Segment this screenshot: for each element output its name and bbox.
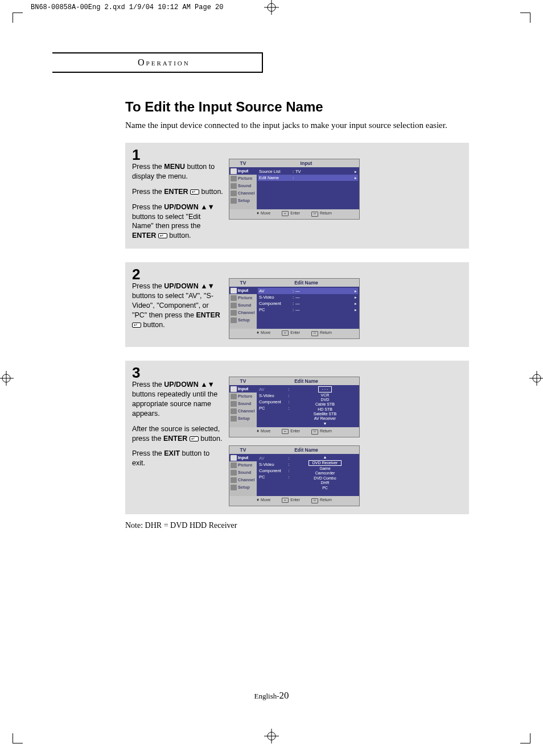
osd-header: TV Edit Name	[229, 377, 359, 385]
osd-side-sound: Sound	[229, 182, 257, 189]
osd-row: AV:	[258, 386, 292, 393]
picture-icon	[231, 176, 237, 181]
osd-selected-value: - - -	[318, 386, 332, 392]
enter-icon	[158, 233, 167, 238]
osd-footer: Move Enter Return	[229, 427, 359, 437]
step-2: 2 Press the UP/DOWN ▲▼ buttons to select…	[125, 262, 469, 347]
osd-side-input: Input	[229, 385, 257, 393]
channel-icon	[231, 408, 237, 414]
osd-side-setup: Setup	[229, 415, 257, 422]
osd-footer: Move Enter Return	[229, 209, 359, 219]
osd-row: Component:—▸	[258, 300, 358, 307]
osd-row: Component:	[258, 468, 292, 474]
picture-icon	[231, 295, 237, 301]
page-title: To Edit the Input Source Name	[125, 99, 489, 115]
osd-side-picture: Picture	[229, 393, 257, 400]
input-icon	[231, 288, 237, 294]
osd-footer-move: Move	[257, 429, 270, 435]
print-mark: BN68-00858A-00Eng 2.qxd 1/9/04 10:12 AM …	[31, 3, 223, 11]
osd-screenshot: TV Edit Name Input Picture Sound Channel…	[229, 278, 360, 339]
osd-option: DVD	[321, 398, 330, 402]
osd-selected-value: DVD Receiver	[308, 460, 342, 466]
step-text: Press the UP/DOWN ▲▼ buttons to select "…	[132, 282, 223, 329]
osd-footer-return: Return	[311, 429, 332, 435]
osd-side-picture: Picture	[229, 294, 257, 301]
step-text: Press the UP/DOWN ▲▼ buttons repeatedly …	[132, 380, 223, 419]
osd-side-channel: Channel	[229, 476, 257, 484]
osd-option: Cable STB	[315, 402, 335, 407]
osd-option: VCR	[321, 393, 330, 398]
osd-footer-enter: Enter	[282, 429, 300, 435]
step-text: Press the ENTER button.	[132, 187, 223, 197]
step-3: 3 Press the UP/DOWN ▲▼ buttons repeatedl…	[125, 361, 469, 514]
osd-option: Satellite STB	[314, 412, 336, 416]
print-mark-text: BN68-00858A-00Eng 2.qxd 1/9/04 10:12 AM …	[31, 3, 223, 11]
osd-side-setup: Setup	[229, 197, 257, 204]
cropmark-icon	[518, 13, 530, 25]
sound-icon	[231, 470, 237, 476]
osd-side-channel: Channel	[229, 407, 257, 415]
osd-footer-enter: Enter	[282, 498, 300, 503]
osd-side-picture: Picture	[229, 175, 257, 182]
osd-footer-return: Return	[311, 498, 332, 503]
input-icon	[231, 455, 237, 461]
sound-icon	[231, 183, 237, 189]
cropmark-icon	[13, 731, 25, 743]
osd-side-channel: Channel	[229, 189, 257, 197]
channel-icon	[231, 477, 237, 483]
enter-icon	[190, 189, 199, 195]
osd-header-title: Edit Name	[257, 280, 359, 286]
enter-icon	[132, 323, 141, 328]
osd-option: PC	[322, 486, 328, 490]
setup-icon	[231, 416, 237, 422]
channel-icon	[231, 310, 237, 316]
picture-icon	[231, 394, 237, 399]
setup-icon	[231, 317, 237, 323]
picture-icon	[231, 462, 237, 468]
osd-row: PC:	[258, 405, 292, 411]
osd-option: ▼	[323, 422, 327, 426]
osd-header: TV Edit Name	[229, 279, 359, 287]
osd-side-sound: Sound	[229, 400, 257, 407]
osd-side-input: Input	[229, 167, 257, 175]
osd-footer: Move Enter Return	[229, 496, 359, 506]
osd-side-sound: Sound	[229, 301, 257, 309]
osd-row: S-Video:—▸	[258, 294, 358, 300]
step-number: 1	[132, 147, 223, 162]
osd-footer-move: Move	[257, 331, 270, 336]
osd-row: S-Video:	[258, 461, 292, 468]
cropmark-icon	[518, 731, 530, 743]
osd-side-setup: Setup	[229, 316, 257, 324]
osd-screenshot: TV Edit Name Input Picture Sound Channel…	[229, 445, 360, 506]
osd-row: Edit Name:▸	[258, 175, 358, 181]
osd-option: Camcorder	[315, 471, 335, 476]
osd-row: AV:	[258, 455, 292, 461]
osd-footer-enter: Enter	[282, 211, 300, 217]
osd-footer-move: Move	[257, 498, 270, 503]
osd-screenshot: TV Input Input Picture Sound Channel Set…	[229, 159, 360, 220]
osd-row: PC:	[258, 474, 292, 480]
osd-value-column: ▲DVD ReceiverGameCamcorderDVD ComboDHRPC	[292, 455, 358, 495]
osd-value-column: - - -VCRDVDCable STBHD STBSatellite STBA…	[292, 386, 358, 426]
osd-footer-move: Move	[257, 211, 270, 217]
osd-row: Source List:TV▸	[258, 168, 358, 175]
osd-side-setup: Setup	[229, 484, 257, 491]
step-number: 3	[132, 365, 223, 380]
osd-header-title: Input	[257, 160, 359, 166]
osd-footer-return: Return	[311, 211, 332, 217]
osd-header: TV Edit Name	[229, 446, 359, 454]
osd-side-picture: Picture	[229, 461, 257, 469]
channel-icon	[231, 191, 237, 196]
section-header-box: Operation	[52, 52, 263, 73]
osd-option: HD STB	[318, 407, 332, 412]
input-icon	[231, 168, 237, 174]
step-text: Press the UP/DOWN ▲▼ buttons to select "…	[132, 203, 223, 241]
osd-header-left: TV	[229, 378, 257, 384]
step-1: 1 Press the MENU button to display the m…	[125, 143, 469, 249]
osd-screenshot: TV Edit Name Input Picture Sound Channel…	[229, 377, 360, 437]
step-text: Press the EXIT button to exit.	[132, 449, 223, 468]
osd-footer-enter: Enter	[282, 331, 300, 336]
step-number: 2	[132, 267, 223, 282]
setup-icon	[231, 485, 237, 490]
osd-row: AV:—▸	[258, 288, 358, 294]
